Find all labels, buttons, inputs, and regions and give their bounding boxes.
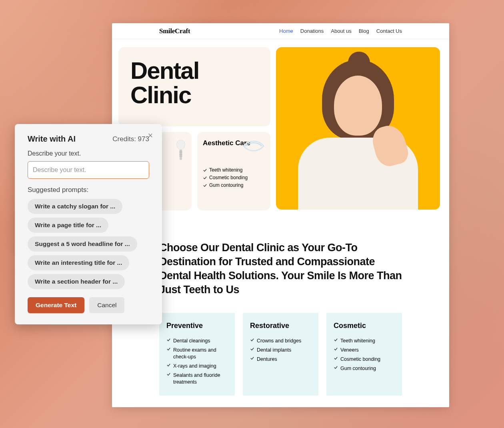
- list-item: Teeth whitening: [334, 336, 395, 346]
- hero-text-box: Dental Clinic: [118, 47, 270, 126]
- check-icon: [203, 168, 207, 172]
- list-item-label: Gum contouring: [209, 182, 243, 188]
- ai-chips-container: Write a catchy slogan for ... Write a pa…: [28, 199, 149, 289]
- list-item: Cosmetic bonding: [334, 355, 395, 364]
- grid-card-title: Cosmetic: [334, 322, 395, 330]
- service-grid: Preventive Dental cleanings Routine exam…: [112, 313, 449, 395]
- nav-donations[interactable]: Donations: [300, 28, 324, 34]
- list-item-label: Teeth whitening: [209, 167, 242, 173]
- check-icon: [334, 365, 338, 370]
- aligner-icon: [242, 138, 266, 162]
- grid-card-title: Restorative: [250, 322, 311, 330]
- site-nav: Home Donations About us Blog Contact Us: [279, 28, 402, 34]
- grid-card-restorative: Restorative Crowns and bridges Dental im…: [243, 313, 318, 395]
- cancel-button[interactable]: Cancel: [89, 297, 124, 313]
- check-icon: [250, 356, 254, 360]
- list-item-label: Teeth whitening: [340, 338, 375, 344]
- list-item-label: Routine exams and check-ups: [173, 347, 228, 360]
- ai-dialog-title: Write with AI: [28, 134, 76, 144]
- grid-checklist: Dental cleanings Routine exams and check…: [166, 336, 228, 386]
- check-icon: [166, 347, 171, 351]
- ai-text-input[interactable]: [28, 161, 149, 179]
- list-item: Dental implants: [250, 346, 311, 355]
- list-item: Dentures: [250, 355, 311, 364]
- grid-card-cosmetic: Cosmetic Teeth whitening Veneers Cosmeti…: [326, 313, 402, 395]
- ai-chip-section-header[interactable]: Write a section header for ...: [28, 274, 125, 289]
- list-item-label: Crowns and bridges: [257, 338, 301, 344]
- list-item: Teeth whitening: [203, 166, 265, 174]
- check-icon: [334, 347, 338, 351]
- check-icon: [166, 338, 171, 342]
- generate-button[interactable]: Generate Text: [28, 297, 84, 313]
- list-item: Cosmetic bonding: [203, 174, 265, 182]
- list-item: Gum contouring: [203, 182, 265, 189]
- ai-chip-headline[interactable]: Suggest a 5 word headline for ...: [28, 236, 137, 252]
- site-header: SmileCraft Home Donations About us Blog …: [112, 23, 449, 39]
- list-item: Routine exams and check-ups: [166, 346, 228, 362]
- ai-dialog-header: Write with AI Credits: 973: [28, 134, 149, 144]
- list-item: Sealants and fluoride treatments: [166, 371, 228, 387]
- nav-about[interactable]: About us: [331, 28, 351, 34]
- service-card-aesthetic: Aesthetic Care Teeth whitening Cosmetic …: [197, 132, 270, 210]
- site-logo: SmileCraft: [159, 27, 190, 35]
- list-item-label: Dental cleanings: [173, 338, 210, 344]
- ai-suggestions-label: Suggested prompts:: [28, 186, 149, 194]
- list-item-label: Dentures: [257, 356, 277, 363]
- check-icon: [250, 338, 254, 342]
- list-item-label: X-rays and imaging: [173, 363, 216, 370]
- aesthetic-checklist: Teeth whitening Cosmetic bonding Gum con…: [203, 166, 265, 189]
- nav-home[interactable]: Home: [279, 28, 293, 34]
- ai-chip-interesting-title[interactable]: Write an interesting title for ...: [28, 255, 129, 270]
- list-item: Veneers: [334, 346, 395, 355]
- list-item: Gum contouring: [334, 364, 395, 373]
- website-preview-canvas: SmileCraft Home Donations About us Blog …: [112, 23, 449, 407]
- list-item: X-rays and imaging: [166, 362, 228, 371]
- list-item-label: Veneers: [340, 347, 359, 354]
- implant-icon: [175, 139, 187, 163]
- ai-describe-label: Describe your text.: [28, 150, 149, 157]
- section-heading: Choose Our Dental Clinic as Your Go-To D…: [112, 210, 449, 313]
- person-illustration: [286, 58, 430, 210]
- check-icon: [334, 338, 338, 342]
- hero-image: [276, 47, 440, 210]
- list-item-label: Dental implants: [257, 347, 291, 354]
- list-item-label: Cosmetic bonding: [340, 356, 380, 363]
- check-icon: [334, 356, 338, 360]
- nav-contact[interactable]: Contact Us: [376, 28, 402, 34]
- hero-row: Dental Clinic Aesthetic Care Teeth white…: [112, 39, 449, 210]
- grid-card-preventive: Preventive Dental cleanings Routine exam…: [159, 313, 235, 395]
- list-item-label: Cosmetic bonding: [209, 175, 248, 180]
- ai-actions: Generate Text Cancel: [28, 297, 149, 313]
- check-icon: [203, 183, 207, 188]
- check-icon: [203, 176, 207, 180]
- check-icon: [166, 372, 171, 376]
- ai-dialog: × Write with AI Credits: 973 Describe yo…: [15, 124, 162, 324]
- check-icon: [166, 363, 171, 367]
- hero-title: Dental Clinic: [130, 58, 258, 107]
- list-item-label: Gum contouring: [340, 365, 376, 372]
- grid-checklist: Crowns and bridges Dental implants Dentu…: [250, 336, 311, 364]
- ai-credits-label: Credits: 973: [112, 135, 149, 143]
- list-item: Crowns and bridges: [250, 336, 311, 346]
- grid-card-title: Preventive: [166, 322, 228, 330]
- check-icon: [250, 347, 254, 351]
- list-item-label: Sealants and fluoride treatments: [173, 372, 228, 386]
- grid-checklist: Teeth whitening Veneers Cosmetic bonding…: [334, 336, 395, 373]
- nav-blog[interactable]: Blog: [359, 28, 369, 34]
- ai-chip-page-title[interactable]: Write a page title for ...: [28, 218, 108, 233]
- ai-chip-slogan[interactable]: Write a catchy slogan for ...: [28, 199, 122, 214]
- list-item: Dental cleanings: [166, 336, 228, 346]
- close-icon[interactable]: ×: [146, 131, 155, 140]
